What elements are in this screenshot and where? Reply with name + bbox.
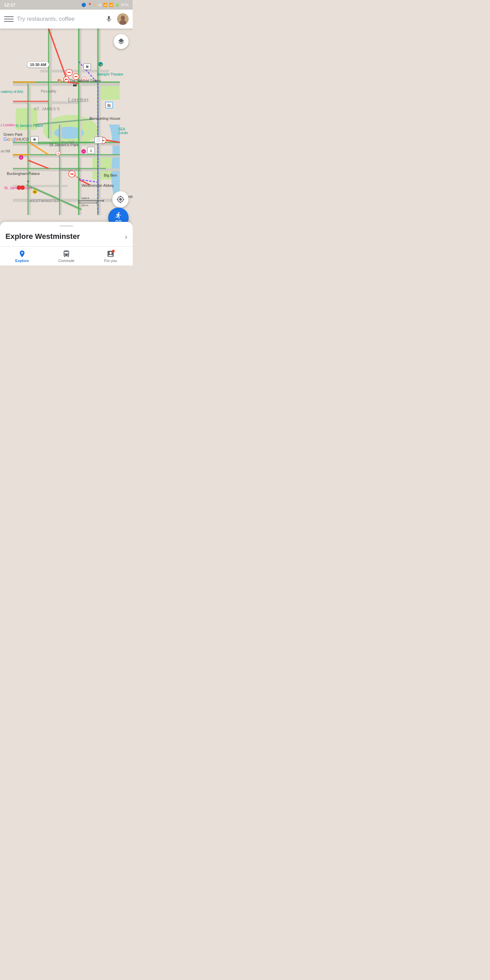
wifi-icon: 📶 <box>103 3 108 7</box>
svg-text:🕐: 🕐 <box>96 138 101 142</box>
battery-icon: 🔋 <box>115 3 120 7</box>
explore-arrow: › <box>125 233 127 240</box>
svg-rect-23 <box>67 72 71 73</box>
nav-item-commute[interactable]: Commute <box>44 247 89 266</box>
bluetooth-icon: 🔵 <box>81 3 86 7</box>
svg-text:🏬: 🏬 <box>107 103 111 107</box>
layers-button[interactable] <box>114 34 129 49</box>
status-time: 12:17 <box>4 2 15 8</box>
bottom-sheet: Explore Westminster › <box>0 222 133 247</box>
user-avatar[interactable] <box>117 13 129 25</box>
commute-nav-label: Commute <box>58 259 75 263</box>
traffic-time-badge: 10:30 AM <box>27 62 49 67</box>
notification-dot <box>112 250 115 253</box>
foryou-nav-icon <box>107 250 115 258</box>
signal-icon: 📶 <box>109 3 114 7</box>
svg-rect-5 <box>16 108 37 130</box>
svg-text:🚧: 🚧 <box>33 190 37 194</box>
svg-text:H: H <box>83 150 84 153</box>
svg-text:📷: 📷 <box>73 83 77 87</box>
google-logo: GoogleILICO <box>3 137 29 142</box>
explore-title: Explore Westminster <box>5 232 80 241</box>
explore-nav-label: Explore <box>15 259 29 263</box>
drag-handle[interactable] <box>60 225 73 227</box>
status-bar: 12:17 🔵 📍 ⚠ ⊖ 📶 📶 🔋 61% <box>0 0 133 10</box>
svg-text:1000 ft: 1000 ft <box>81 197 89 200</box>
svg-text:H: H <box>20 156 22 159</box>
foryou-nav-label: For you <box>104 259 117 263</box>
svg-text:200 m: 200 m <box>81 204 88 207</box>
svg-text:🏛: 🏛 <box>33 138 36 141</box>
svg-text:🏛: 🏛 <box>86 65 89 68</box>
svg-text:⛪: ⛪ <box>89 148 93 153</box>
battery-level: 61% <box>121 3 129 7</box>
svg-text:⊝: ⊝ <box>83 78 85 81</box>
search-input[interactable]: Try restaurants, coffee <box>17 16 101 22</box>
nav-item-explore[interactable]: Explore <box>0 247 44 266</box>
explore-nav-icon <box>18 250 26 258</box>
status-icons: 🔵 📍 ⚠ ⊖ 📶 📶 🔋 61% <box>81 3 129 7</box>
nav-item-foryou[interactable]: For you <box>89 247 133 266</box>
notification-icon: ⚠ <box>94 3 97 7</box>
location-button[interactable] <box>112 191 129 208</box>
explore-row[interactable]: Explore Westminster › <box>0 229 133 245</box>
svg-point-37 <box>21 185 25 190</box>
svg-text:✝: ✝ <box>26 179 30 185</box>
mic-button[interactable] <box>104 14 114 24</box>
svg-text:🎭: 🎭 <box>99 63 102 66</box>
menu-button[interactable] <box>4 14 14 24</box>
svg-text:🎨: 🎨 <box>57 78 62 83</box>
svg-rect-25 <box>74 76 78 77</box>
commute-nav-icon <box>62 250 70 258</box>
search-bar: Try restaurants, coffee <box>0 10 133 29</box>
map-area[interactable]: ⊝ ⊝ 🚧 🏛 🕐 ⛪ 🏛 🏬 H <box>0 29 133 215</box>
bottom-nav: Explore Commute For you <box>0 247 133 266</box>
svg-point-1 <box>121 16 125 21</box>
dnd-icon: ⊖ <box>98 3 102 7</box>
svg-text:⊝: ⊝ <box>57 152 59 155</box>
location-status-icon: 📍 <box>88 3 92 7</box>
map-svg: ⊝ ⊝ 🚧 🏛 🕐 ⛪ 🏛 🏬 H <box>0 29 133 215</box>
